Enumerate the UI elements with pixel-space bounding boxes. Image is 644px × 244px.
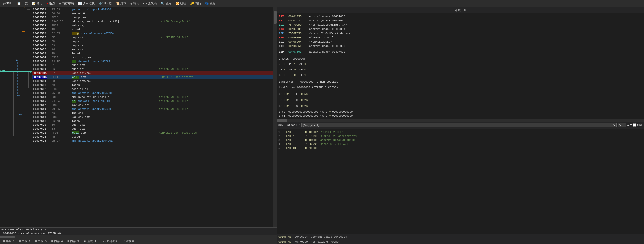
disasm-addr[interactable]: 0040760A: [32, 71, 51, 75]
table-row[interactable]: 0040760485C0test eax,eax: [32, 55, 273, 59]
toolbar-trace[interactable]: 👣 跟踪: [203, 1, 217, 6]
disasm-addr[interactable]: 004075F7: [32, 19, 51, 23]
table-row[interactable]: 0040761E66:ADlodsw: [32, 119, 273, 123]
stdcall-spindown[interactable]: ▼: [630, 123, 632, 127]
disasm-addr[interactable]: 004075FC: [32, 27, 51, 31]
disasm-content[interactable]: 004075F175 F3jne abexcm1_upack.4075E6004…: [32, 7, 273, 227]
disasm-addr[interactable]: 0040761B: [32, 111, 51, 115]
disasm-addr[interactable]: 00407604: [32, 55, 51, 59]
disasm-addr[interactable]: 00407611: [32, 91, 51, 95]
disasm-addr[interactable]: 00407613: [32, 95, 51, 99]
table-row[interactable]: 004075FDE2 E5loop abexcm1_upack.4075E4: [32, 31, 273, 35]
toolbar-log[interactable]: 📋 日志: [15, 1, 30, 6]
disasm-addr[interactable]: 00407609: [32, 67, 51, 71]
toolbar-callstack[interactable]: 📊 调用堆栈: [76, 1, 96, 6]
reg-esi-addr[interactable]: 00406004: [288, 40, 307, 44]
reg-ebp-addr[interactable]: 75F6F550: [288, 31, 307, 36]
table-row[interactable]: 0040760956push esiesi:"KERNEL32.DLL": [32, 67, 273, 71]
disasm-addr[interactable]: 00407621: [32, 127, 51, 131]
table-row[interactable]: 0040761B46inc esi: [32, 111, 273, 115]
toolbar-note[interactable]: 📝 笔记: [30, 1, 44, 6]
toolbar-cpu[interactable]: ⚙ CPU: [1, 1, 12, 6]
disasm-addr[interactable]: 00407615: [32, 99, 51, 103]
reg-edx-addr[interactable]: 00407DD4: [288, 27, 307, 31]
table-row[interactable]: 0040760674 1Fje abexcm1_upack.407627: [32, 59, 273, 63]
stdcall-spinup[interactable]: ▲: [627, 123, 629, 127]
reg-eax-addr[interactable]: 00401055: [288, 14, 307, 19]
disasm-addr[interactable]: 00407602: [32, 47, 51, 51]
right-hthumb[interactable]: [277, 119, 287, 122]
disasm-addr[interactable]: 004075F5: [32, 15, 51, 19]
stdcall-select[interactable]: 默认 (stdcall): [301, 123, 616, 127]
disasm-addr[interactable]: 0040760B: [32, 75, 51, 79]
table-row[interactable]: 0040760246inc esi: [32, 47, 273, 51]
stack-addr-5[interactable]: 002DD000: [305, 146, 318, 150]
btab-mem2[interactable]: ▦ 内存 2: [17, 239, 33, 244]
table-row[interactable]: 0040760851push ecx: [32, 63, 273, 67]
stack-addr-1[interactable]: 00406004: [305, 130, 318, 134]
table-row[interactable]: 004075F175 F3jne abexcm1_upack.4075E6: [32, 7, 273, 11]
table-row[interactable]: 004075F3B0 00mov al,0: [32, 11, 273, 15]
table-row[interactable]: 004076005Dpop ebp: [32, 39, 273, 43]
hscroll-thumb[interactable]: [0, 236, 16, 238]
disasm-addr[interactable]: 00407617: [32, 103, 51, 107]
toolbar-handle[interactable]: 🔑 句柄: [188, 1, 202, 6]
disasm-addr[interactable]: 0040760D: [32, 79, 51, 83]
table-row[interactable]: 004075F70346 38add eax,dword ptr ds:[esi…: [32, 19, 273, 23]
table-row[interactable]: 0040760A97xchg edi,eax: [32, 71, 273, 75]
disasm-addr[interactable]: 0040760E: [32, 83, 51, 87]
disasm-hscroll[interactable]: [0, 235, 276, 238]
disasm-addr[interactable]: 00407620: [32, 123, 51, 127]
bstatus-addr2[interactable]: 0019FF6C: [278, 240, 292, 243]
disasm-addr[interactable]: 004075FD: [32, 31, 51, 35]
disasm-addr[interactable]: 00407603: [32, 51, 51, 55]
vscroll-thumb[interactable]: [274, 11, 276, 24]
btab-watch1[interactable]: 👁 监视 1: [81, 239, 98, 244]
btab-struct[interactable]: ⬡ 结构体: [120, 239, 136, 244]
toolbar-memlayout[interactable]: ⊞ 内存布局: [57, 1, 76, 6]
stdcall-num-input[interactable]: [618, 123, 626, 127]
toolbar-thread[interactable]: 🔀 线程: [174, 1, 188, 6]
reg-edi-addr[interactable]: 00403050: [288, 44, 307, 48]
disasm-addr[interactable]: 0040761C: [32, 115, 51, 119]
right-hscroll[interactable]: [277, 119, 644, 122]
toolbar-breakpoint[interactable]: ● 断点: [45, 1, 57, 6]
table-row[interactable]: 00407624ABstosd: [32, 135, 273, 139]
table-row[interactable]: 00407622FFD5call ebpKERNEL32.GetProcAddr…: [32, 131, 273, 135]
table-row[interactable]: 0040761574 EAje abexcm1_upack.407601esi:…: [32, 99, 273, 103]
disasm-vscroll[interactable]: [273, 7, 276, 227]
disasm-addr[interactable]: 00407608: [32, 63, 51, 67]
btab-mem3[interactable]: ▦ 内存 3: [33, 239, 49, 244]
disasm-addr[interactable]: 004075F1: [32, 7, 51, 11]
stdcall-unlock-checkbox[interactable]: [633, 123, 636, 127]
disasm-addr[interactable]: 00407600: [32, 39, 51, 43]
toolbar-source[interactable]: <> 源代码: [142, 1, 159, 6]
table-row[interactable]: 0040760BFFD1call ecxKERNEL32.LoadLibrary…: [32, 75, 273, 79]
toolbar-sechain[interactable]: 🔗 SEH链: [97, 1, 114, 6]
table-row[interactable]: 0040761979 05jns abexcm1_upack.407620esi…: [32, 107, 273, 111]
btab-locals[interactable]: |x= 局部变量: [98, 239, 120, 244]
stack-addr-3[interactable]: 00401000: [305, 138, 318, 142]
stack-addr-2[interactable]: 75F70BD0: [305, 134, 318, 138]
disasm-addr[interactable]: 004075FF: [32, 35, 51, 39]
table-row[interactable]: 0040760D93xchg ebx,eax: [32, 79, 273, 83]
reg-ebx-addr[interactable]: 0040763C: [288, 19, 307, 23]
toolbar-symbol[interactable]: ◈ 符号: [129, 1, 141, 6]
table-row[interactable]: 004075FF5Epop esiesi:"KERNEL32.DLL": [32, 35, 273, 39]
toolbar-script[interactable]: 📜 脚本: [114, 1, 128, 6]
disasm-addr[interactable]: 00407625: [32, 139, 51, 143]
table-row[interactable]: 004075F50FC8bswap eax: [32, 15, 273, 19]
table-row[interactable]: 004076133806cmp byte ptr ds:[esi],alesi:…: [32, 95, 273, 99]
disasm-addr[interactable]: 0040761E: [32, 119, 51, 123]
disasm-addr[interactable]: 004075FA: [32, 23, 51, 27]
reg-esp-addr[interactable]: 0019FF68: [288, 36, 307, 40]
table-row[interactable]: 00407603ADlodsd: [32, 51, 273, 55]
toolbar-reference[interactable]: 🔍 引用: [159, 1, 173, 6]
table-row[interactable]: 0040760EAClodsb: [32, 83, 273, 87]
bstatus-addr1[interactable]: 0019FF68: [278, 235, 292, 238]
btab-mem5[interactable]: ▦ 内存 5: [65, 239, 81, 244]
table-row[interactable]: 0040760F84C0test al,al: [32, 87, 273, 91]
disasm-addr[interactable]: 00407622: [32, 131, 51, 135]
disasm-addr[interactable]: 004075F3: [32, 11, 51, 15]
reg-ecx-addr[interactable]: 75F70BD0: [288, 23, 307, 27]
